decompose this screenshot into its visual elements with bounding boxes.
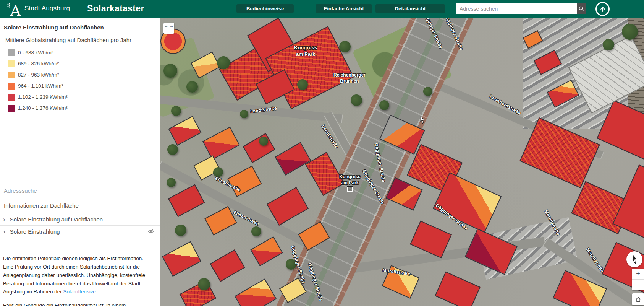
building-roof[interactable]: [243, 133, 275, 163]
tree: [379, 100, 389, 110]
solar-legend: Solare Einstrahlung auf Dachflächen Mitt…: [0, 18, 160, 114]
legend-item: 0 - 688 kWh/m²: [4, 47, 156, 58]
search-button[interactable]: [577, 3, 586, 14]
legend-range-label: 689 - 826 kWh/m²: [18, 61, 59, 67]
poi-line: am Park: [283, 51, 328, 58]
layer-hidden-eye-icon[interactable]: [147, 228, 154, 234]
legend-range-label: 964 - 1.101 kWh/m²: [18, 83, 63, 89]
building-roof[interactable]: [410, 221, 452, 259]
building-roof[interactable]: [191, 52, 220, 79]
building-roof[interactable]: [534, 50, 562, 75]
building-roof[interactable]: [202, 127, 240, 160]
zoom-out-button[interactable]: −: [632, 280, 644, 290]
building-roof[interactable]: [162, 241, 201, 277]
building-roof[interactable]: [210, 249, 245, 282]
building-roof[interactable]: [298, 221, 330, 251]
building-roof[interactable]: [235, 278, 277, 306]
legend-swatch: [8, 94, 15, 101]
scroll-to-top-button[interactable]: [595, 2, 610, 16]
building-roof[interactable]: [204, 206, 237, 235]
building-roof[interactable]: [250, 236, 283, 266]
legend-swatch: [8, 60, 15, 67]
tree: [175, 225, 186, 236]
street-label: Imhofstraße: [250, 106, 277, 114]
sidebar-item-solare-einstrahlung-dachflaechen[interactable]: › Solare Einstrahlung auf Dachflächen: [0, 213, 160, 225]
legend-subtitle: Mittlere Globalstrahlung auf Dachflächen…: [5, 37, 156, 43]
legend-swatch: [8, 72, 15, 78]
legend-title: Solare Einstrahlung auf Dachflächen: [4, 24, 156, 31]
building-roof[interactable]: [168, 116, 201, 146]
app-header: A Stadt Augsburg Solarkataster Bedienhin…: [0, 0, 644, 18]
zoom-control: + −: [632, 269, 644, 290]
tree: [186, 81, 198, 93]
building-roof[interactable]: [553, 270, 607, 306]
legend-range-label: 827 - 963 kWh/m²: [18, 72, 59, 78]
building-roof[interactable]: [464, 228, 517, 275]
tree: [423, 87, 432, 96]
building-roof[interactable]: [435, 272, 481, 306]
building-roof[interactable]: [385, 177, 422, 210]
bedienhinweise-button[interactable]: Bedienhinweise: [236, 4, 294, 13]
street-label: Morellstraße: [544, 209, 561, 236]
sidebar-sections: Adresssuche Informationen zur Dachfläche…: [0, 185, 160, 238]
building-roof[interactable]: [547, 80, 579, 108]
left-right-arrows-icon: ← →: [163, 23, 174, 29]
logo-letter: A: [10, 2, 21, 17]
poi-line: Reichenberger: [325, 72, 374, 78]
legend-range-label: 1.102 - 1.239 kWh/m²: [18, 94, 68, 100]
street-label: Gögginger Straße: [374, 143, 386, 182]
tree: [622, 24, 638, 40]
tree: [167, 178, 176, 187]
sidebar: Solare Einstrahlung auf Dachflächen Mitt…: [0, 18, 160, 306]
address-search-section[interactable]: Adresssuche: [0, 185, 160, 198]
einfache-ansicht-button[interactable]: Einfache Ansicht: [316, 4, 372, 13]
chevron-right-icon: ›: [3, 228, 5, 235]
building-roof[interactable]: [168, 184, 205, 217]
roof-info-section[interactable]: Informationen zur Dachfläche: [0, 198, 160, 213]
legend-range-label: 1.240 - 1.376 kWh/m²: [18, 105, 68, 111]
building-roof[interactable]: [275, 142, 311, 175]
legend-swatch: [8, 49, 15, 56]
solarkataster-app: A Stadt Augsburg Solarkataster Bedienhin…: [0, 0, 644, 306]
building-roof[interactable]: [523, 30, 543, 49]
tree: [213, 167, 223, 177]
search-input[interactable]: [456, 3, 577, 14]
zoom-in-button[interactable]: +: [632, 269, 644, 279]
building-roof[interactable]: [267, 187, 309, 226]
solaroffensive-link[interactable]: Solaroffensive: [63, 289, 96, 295]
poi-line: Kongress: [283, 45, 328, 51]
poi-label-reichenberger-brunnen: Reichenberger Brunnen: [325, 72, 374, 84]
legend-range-label: 0 - 688 kWh/m²: [18, 50, 53, 55]
tree: [351, 94, 362, 106]
street-label: Gögginger Straße: [443, 18, 464, 51]
compass-button[interactable]: [626, 251, 642, 267]
sidebar-item-solare-einstrahlung[interactable]: › Solare Einstrahlung: [0, 226, 160, 238]
logo-text: Stadt Augsburg: [24, 5, 70, 12]
tree: [171, 106, 181, 116]
detailansicht-button[interactable]: Detailansicht: [375, 4, 445, 13]
legend-item: 827 - 963 kWh/m²: [4, 69, 156, 80]
street-label: Imhofstraße: [321, 124, 339, 149]
building-roof[interactable]: [519, 117, 600, 188]
mouse-cursor: [419, 116, 426, 124]
map-canvas[interactable]: ImhofstraßeImhofstraßeGögginger StraßeGö…: [160, 18, 644, 306]
home-extent-button[interactable]: [632, 293, 644, 305]
page-title: Solarkataster: [87, 3, 144, 14]
building-roof[interactable]: [227, 166, 262, 197]
collapse-panel-button[interactable]: ← →: [163, 23, 174, 34]
station-marker-icon: [347, 187, 353, 192]
search-icon: [579, 6, 584, 11]
tree: [217, 56, 230, 69]
tree: [198, 278, 210, 290]
poi-line: Kongress: [331, 174, 369, 180]
address-search: [456, 3, 586, 14]
building-roof[interactable]: [597, 100, 644, 162]
home-icon: [635, 296, 642, 303]
street-label: Morellstraße: [586, 247, 605, 273]
street-label: Gögginger Straße: [307, 262, 324, 302]
legend-item: 1.102 - 1.239 kWh/m²: [4, 91, 156, 103]
legend-item: 689 - 826 kWh/m²: [4, 58, 156, 69]
chevron-right-icon: ›: [3, 216, 5, 223]
street-label: Elisenstraße: [233, 210, 260, 226]
tree: [603, 39, 614, 50]
